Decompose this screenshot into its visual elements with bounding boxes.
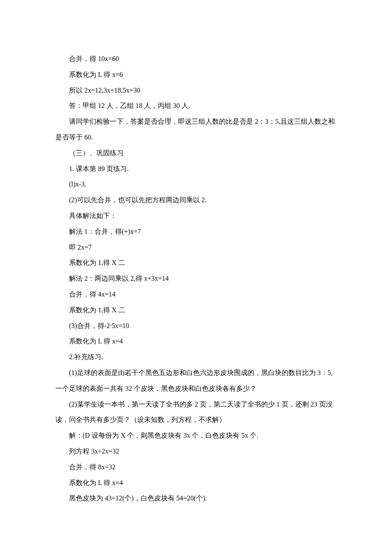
text-line: 系数化为 1,得 X 二	[55, 302, 337, 318]
text-line: 答：甲组 12 人，乙组 18 人，丙组 30 人.	[55, 98, 337, 114]
text-line: 即 2x=7	[55, 240, 337, 256]
text-line: 系数化为 L 得 x=4	[55, 475, 337, 491]
text-line: 合并，得 10x=60	[55, 51, 337, 67]
text-line: 解法 2：两边同乘以 2,得 x+3x=14	[55, 271, 337, 287]
text-line: 解：(D 设每份为 X 个，则黑色皮块有 3x 个，白色皮块有 5x 个.	[55, 428, 337, 444]
text-line: (l)x-3.	[55, 177, 337, 192]
text-line: 请同学们检验一下，答案是否合理，即这三组人数的比是否是 2：3：5,且这三组人数…	[55, 114, 337, 145]
text-line: 所以 2x=12,3x=18,5x=30	[55, 83, 337, 99]
text-line: 黑色皮块为 43=12(个)，白色皮块有 54=20(个).	[55, 491, 337, 506]
document-page: 合并，得 10x=60系数化为 L 得 x=6所以 2x=12,3x=18,5x…	[0, 0, 392, 555]
text-line: （三）、巩固练习	[55, 145, 337, 161]
text-line: 解法 1：合并，得(+)x=7	[55, 224, 337, 240]
text-line: 2.补充练习.	[55, 349, 337, 365]
text-line: 系数化为 1,得 X 二	[55, 255, 337, 271]
text-line: 具体解法如下：	[55, 208, 337, 224]
text-line: 合并，得 8x=32	[55, 459, 337, 475]
text-line: 合并，得 4x=14	[55, 287, 337, 302]
text-line: 系数化为 L 得 x=4	[55, 334, 337, 349]
text-line: 1. 课本第 89 页练习.	[55, 161, 337, 177]
text-line: (1)足球的表面是由若干个黑色五边形和白色六边形皮块围成的，黑白块的数目比为 3…	[55, 365, 337, 397]
text-line: (2)某学生读一本书，第一天读了全书的多 2 页，第二天读了全书的少 1 页，还…	[55, 397, 337, 428]
text-line: 列方程 3x÷2x=32	[55, 444, 337, 459]
text-line: (3)合并，得-2·5x=10	[55, 318, 337, 334]
text-line: 系数化为 L 得 x=6	[55, 67, 337, 83]
text-line: (2)可以先合并，也可以先把方程两边同乘以 2.	[55, 192, 337, 208]
